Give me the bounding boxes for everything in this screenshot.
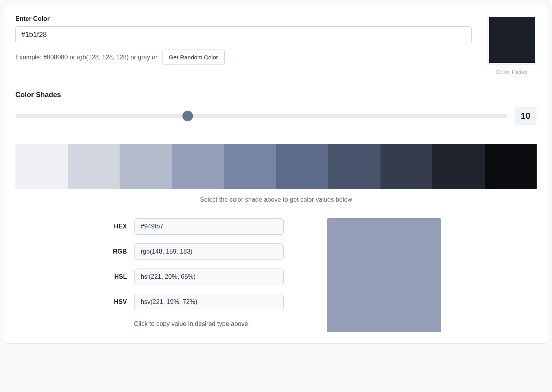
color-picker-swatch[interactable] [487, 15, 537, 64]
shade-swatch[interactable] [15, 144, 68, 189]
shade-swatch[interactable] [276, 144, 329, 189]
enter-color-section: Enter Color Example: #808080 or rgb(128,… [15, 15, 472, 65]
hsv-label: HSV [111, 298, 127, 306]
slider-thumb[interactable] [182, 111, 193, 121]
shade-swatch[interactable] [328, 144, 380, 189]
rgb-value[interactable]: rgb(148, 159, 183) [134, 243, 284, 260]
color-picker-section: Color Picker [487, 15, 537, 75]
shade-swatch[interactable] [172, 144, 224, 189]
shades-hint: Select the color shade above to get colo… [15, 196, 537, 203]
color-picker-label: Color Picker [496, 68, 528, 75]
shades-slider-value: 10 [515, 107, 537, 125]
selected-shade-preview [327, 218, 441, 332]
shade-swatch[interactable] [432, 144, 485, 189]
rgb-label: RGB [111, 248, 127, 255]
hsl-row: HSL hsl(221, 20%, 65%) [111, 269, 284, 285]
hsv-value[interactable]: hsv(221, 19%, 72%) [134, 294, 284, 310]
get-random-color-button[interactable]: Get Random Color [162, 50, 225, 65]
hsl-label: HSL [111, 273, 127, 280]
color-tool-card: Enter Color Example: #808080 or rgb(128,… [4, 4, 548, 344]
shades-row [15, 144, 537, 189]
values-left: HEX #949fb7 RGB rgb(148, 159, 183) HSL h… [111, 218, 284, 328]
rgb-row: RGB rgb(148, 159, 183) [111, 243, 284, 260]
example-text: Example: #808080 or rgb(128, 128, 128) o… [15, 54, 157, 61]
values-section: HEX #949fb7 RGB rgb(148, 159, 183) HSL h… [15, 218, 537, 332]
color-input[interactable] [15, 26, 472, 43]
hsv-row: HSV hsv(221, 19%, 72%) [111, 294, 284, 310]
enter-color-label: Enter Color [15, 15, 472, 22]
shades-slider[interactable] [15, 112, 508, 120]
color-shades-title: Color Shades [15, 91, 537, 99]
shade-swatch[interactable] [68, 144, 120, 189]
shade-swatch[interactable] [224, 144, 276, 189]
shades-slider-row: 10 [15, 107, 537, 125]
top-section: Enter Color Example: #808080 or rgb(128,… [15, 15, 537, 75]
shade-swatch[interactable] [380, 144, 433, 189]
hex-value[interactable]: #949fb7 [134, 218, 284, 235]
hsl-value[interactable]: hsl(221, 20%, 65%) [134, 269, 284, 285]
slider-track [15, 114, 508, 118]
shade-swatch[interactable] [485, 144, 537, 189]
example-row: Example: #808080 or rgb(128, 128, 128) o… [15, 50, 472, 65]
shade-swatch[interactable] [120, 144, 172, 189]
hex-row: HEX #949fb7 [111, 218, 284, 235]
hex-label: HEX [111, 223, 127, 230]
copy-hint: Click to copy value in desired type abov… [134, 320, 284, 328]
